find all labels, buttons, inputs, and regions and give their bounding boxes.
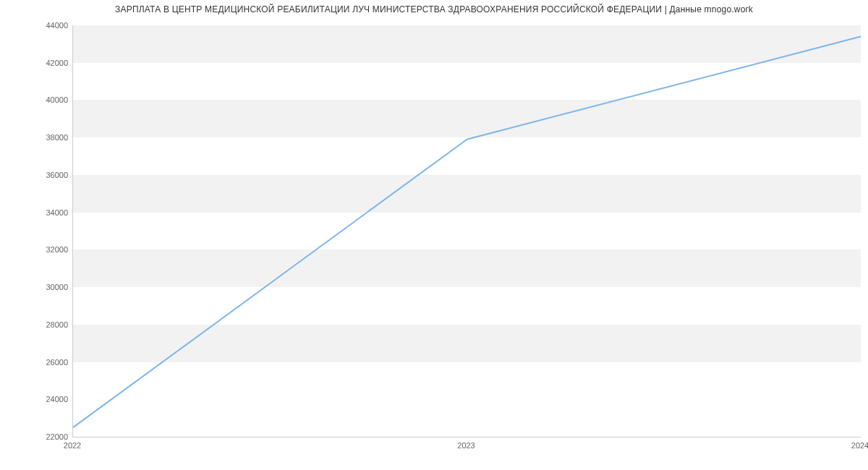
- y-tick-label: 30000: [25, 283, 68, 291]
- y-tick-label: 40000: [25, 95, 68, 104]
- y-tick-label: 38000: [25, 133, 68, 142]
- line-series: [73, 25, 861, 437]
- plot-area: [72, 25, 861, 437]
- y-tick-label: 34000: [25, 208, 68, 217]
- y-tick-label: 22000: [25, 432, 68, 441]
- x-tick-label: 2024: [851, 441, 868, 450]
- data-line: [73, 37, 861, 428]
- y-tick-label: 24000: [25, 395, 68, 403]
- y-tick-label: 26000: [25, 358, 68, 367]
- y-tick-label: 42000: [25, 59, 68, 67]
- chart-container: ЗАРПЛАТА В ЦЕНТР МЕДИЦИНСКОЙ РЕАБИЛИТАЦИ…: [0, 0, 868, 470]
- y-tick-label: 32000: [25, 245, 68, 254]
- x-tick-label: 2022: [64, 441, 81, 450]
- chart-title: ЗАРПЛАТА В ЦЕНТР МЕДИЦИНСКОЙ РЕАБИЛИТАЦИ…: [0, 4, 868, 14]
- y-tick-label: 44000: [25, 21, 68, 30]
- y-tick-label: 28000: [25, 320, 68, 329]
- x-tick-label: 2023: [457, 441, 475, 450]
- y-tick-label: 36000: [25, 171, 68, 179]
